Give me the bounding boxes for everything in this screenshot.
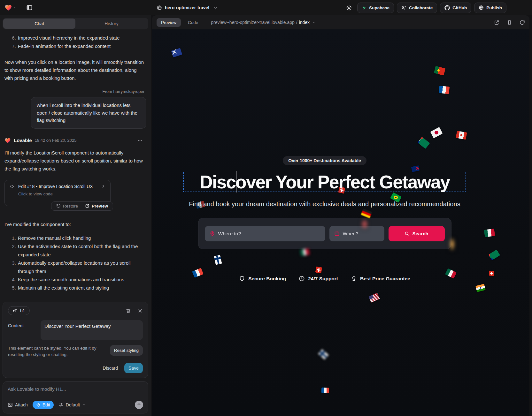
element-tag-label: h1 <box>20 308 25 313</box>
project-name: hero-optimizer-travel <box>165 5 209 10</box>
github-button[interactable]: GitHub <box>440 3 471 13</box>
topbar: hero-optimizer-travel Supabase Collabora… <box>0 0 532 15</box>
preview-url-selector[interactable]: preview--hero-optimizer-travel.lovable.a… <box>211 20 316 25</box>
text-size-icon <box>12 308 17 313</box>
list-item: Use the activeIndex state to control bot… <box>17 242 146 259</box>
mobile-view-icon[interactable] <box>507 20 512 25</box>
lovable-heart-icon <box>4 137 11 144</box>
dots-horizontal-icon <box>137 138 143 143</box>
supabase-icon <box>362 5 366 10</box>
hero-title: Discover Your Perfect Getaway <box>200 171 450 193</box>
attach-button[interactable]: Attach <box>8 402 28 407</box>
search-icon <box>405 231 409 236</box>
tab-history[interactable]: History <box>75 19 148 29</box>
feature-label: Secure Booking <box>248 276 286 282</box>
shield-icon <box>239 276 245 282</box>
restore-button[interactable]: Restore <box>53 204 81 208</box>
preview-url: preview--hero-optimizer-travel.lovable.a… <box>211 20 294 25</box>
open-in-new-tab-icon[interactable] <box>494 20 499 25</box>
flag-japan <box>430 127 443 138</box>
where-to-input[interactable]: Where to? <box>205 226 325 241</box>
globe-icon <box>479 5 484 10</box>
preview-viewport: Over 1000+ Destinations Available Discov… <box>152 29 529 416</box>
flag-finland-blur <box>318 349 329 360</box>
feature-label: Best Price Guarantee <box>360 276 410 282</box>
feature-best-price: Best Price Guarantee <box>351 276 410 282</box>
chevron-down-icon <box>82 403 86 407</box>
chevron-down-icon <box>13 6 17 10</box>
restore-icon <box>56 204 61 208</box>
preview-url-path: index <box>299 20 310 25</box>
search-bar: Where to? When? Search <box>198 218 451 249</box>
chevron-down-icon <box>213 6 218 10</box>
lovable-logo-menu[interactable] <box>4 4 17 11</box>
hero-section: Over 1000+ Destinations Available Discov… <box>152 156 497 282</box>
topbar-actions: Supabase Collaborate GitHub Publish <box>343 0 506 15</box>
edit-card-subtitle: Click to view code <box>18 192 106 196</box>
content-textarea[interactable]: Discover Your Perfect Getaway <box>41 320 143 340</box>
save-button[interactable]: Save <box>124 363 143 373</box>
lovable-heart-icon <box>4 4 12 11</box>
globe-icon <box>157 5 162 11</box>
preview-label: Preview <box>92 204 108 208</box>
flag-australia <box>171 48 182 57</box>
discard-button[interactable]: Discard <box>103 366 118 371</box>
panel-left-icon <box>26 4 33 11</box>
restore-label: Restore <box>63 204 78 208</box>
publish-button[interactable]: Publish <box>474 3 506 13</box>
flag-switzerland-2 <box>315 266 322 273</box>
url-separator: / <box>296 20 297 25</box>
when-placeholder: When? <box>343 231 359 237</box>
project-selector[interactable]: hero-optimizer-travel <box>157 0 218 15</box>
list-item: Keep the same smooth animations and tran… <box>17 276 146 284</box>
preview-toolbar: Preview Code preview--hero-optimizer-tra… <box>152 15 529 29</box>
gear-icon <box>346 5 352 11</box>
message-menu-button[interactable] <box>137 138 146 143</box>
list-item: Improved visual hierarchy in the expande… <box>17 34 146 42</box>
preview-version-button[interactable]: Preview <box>81 204 112 208</box>
list-item: Remove the manual click handling <box>17 234 146 242</box>
collaborate-label: Collaborate <box>409 5 433 10</box>
sidebar-tabs: Chat History <box>3 18 148 29</box>
flag-india <box>475 284 486 292</box>
settings-button[interactable] <box>343 2 354 13</box>
restore-preview-pill: Restore Preview <box>51 201 113 211</box>
feature-secure-booking: Secure Booking <box>239 276 286 282</box>
tab-preview[interactable]: Preview <box>157 18 181 27</box>
when-input[interactable]: When? <box>329 226 384 241</box>
supabase-button[interactable]: Supabase <box>357 3 394 13</box>
chat-input[interactable]: Ask Lovable to modify H1... <box>8 386 143 392</box>
code-icon <box>9 184 14 189</box>
assistant-steps-list: Remove the manual click handling Use the… <box>4 234 146 292</box>
tab-chat[interactable]: Chat <box>3 19 75 29</box>
flag-red-blur <box>360 218 369 230</box>
reset-styling-button[interactable]: Reset styling <box>110 345 143 356</box>
tab-code[interactable]: Code <box>185 18 201 27</box>
refresh-icon[interactable] <box>520 20 525 25</box>
mode-label: Default <box>66 402 80 407</box>
github-label: GitHub <box>452 5 467 10</box>
destinations-badge: Over 1000+ Destinations Available <box>283 156 366 165</box>
chat-scroll-area[interactable]: Improved visual hierarchy in the expande… <box>3 29 148 299</box>
search-button[interactable]: Search <box>389 226 445 241</box>
flag-france-3 <box>321 388 329 393</box>
feature-label: 24/7 Support <box>308 276 338 282</box>
external-link-icon <box>85 204 89 208</box>
close-icon[interactable] <box>137 308 143 314</box>
feature-list: Secure Booking 24/7 Support Best Price G… <box>239 276 410 282</box>
sidebar-toggle-button[interactable] <box>24 3 35 13</box>
edit-version-card[interactable]: Edit #18 • Improve Location Scroll UX Cl… <box>4 180 111 206</box>
edit-label: Edit <box>42 402 50 407</box>
send-button[interactable] <box>135 401 143 409</box>
selected-h1-element[interactable]: Discover Your Perfect Getaway <box>183 172 466 192</box>
mode-selector[interactable]: Default <box>58 402 86 407</box>
chat-input-card: Ask Lovable to modify H1... Attach Edit … <box>3 381 148 413</box>
assistant-paragraph: Now when you click on a location image, … <box>4 58 146 82</box>
attach-label: Attach <box>15 402 28 407</box>
collaborate-button[interactable]: Collaborate <box>397 3 437 13</box>
hero-subtitle: Find and book your dream destination wit… <box>189 200 460 208</box>
trash-icon[interactable] <box>126 308 131 314</box>
assistant-header: Lovable 18:42 on Feb 20, 2025 <box>4 137 146 144</box>
preview-panel: Preview Code preview--hero-optimizer-tra… <box>152 15 529 416</box>
edit-mode-pill[interactable]: Edit <box>33 401 54 409</box>
